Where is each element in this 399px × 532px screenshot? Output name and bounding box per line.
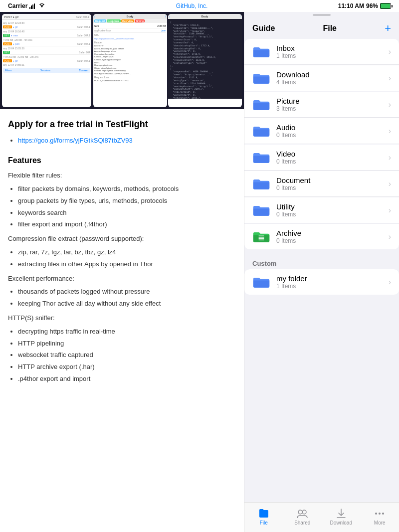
list-item: filter export and import (.f4thor) [18,219,236,230]
file-list: Inbox 1 Items › Download 4 [244,39,399,502]
chevron-right-icon: › [389,74,391,83]
folder-item-picture[interactable]: Picture 3 Items › [244,92,399,118]
folder-item-document[interactable]: Document 0 Items › [244,171,399,197]
status-bar: Carrier GitHub, Inc. 11:10 AM 96% [0,0,399,12]
folder-svg [252,71,270,85]
battery-percent: 96% [366,2,378,9]
folder-name-download: Download [276,70,389,79]
folder-info-archive: Archive 0 Items [276,229,389,244]
folder-icon-document [252,177,270,191]
folder-name-video: Video [276,150,389,158]
main-folder-group: Inbox 1 Items › Download 4 [244,39,399,250]
file-label: File [323,24,337,33]
folder-svg [252,151,270,165]
list-item: thousands of packets logged without pres… [18,287,236,297]
right-panel: Guide File + Inbox 1 Item [244,12,399,532]
add-button[interactable]: + [385,22,391,35]
chevron-right-icon: › [389,100,391,109]
carrier-label: Carrier [8,2,27,9]
svg-rect-3 [34,3,35,9]
http-sniffer-label: HTTP(S) sniffer: [8,313,236,324]
folder-info-myfolder: my folder 1 Items [276,274,389,290]
folder-count-document: 0 Items [276,184,389,191]
folder-name-picture: Picture [276,97,389,105]
file-tab-icon [258,508,270,519]
more-tab-icon [374,508,386,519]
folder-name-document: Document [276,176,389,184]
request-screen: ‹ Body ↑ Request Response Overview Timin… [93,14,167,107]
list-item: HTTP archive export (.har) [18,362,236,372]
github-label: GitHub, Inc. [176,2,207,9]
custom-folder-group: my folder 1 Items › [244,269,399,295]
folder-name-myfolder: my folder [276,274,389,283]
folder-item-video[interactable]: Video 0 Items › [244,145,399,171]
folder-svg [252,124,270,138]
folder-item-utility[interactable]: Utility 0 Items › [244,197,399,223]
tab-more[interactable]: More [361,506,399,528]
folder-item-inbox[interactable]: Inbox 1 Items › [244,39,399,65]
svg-rect-0 [29,7,30,9]
chevron-right-icon: › [389,153,391,162]
compression-label: Compression file extract (password suppo… [8,234,236,244]
folder-count-video: 0 Items [276,158,389,165]
list-item: filter packets by domains, keywords, met… [18,184,236,194]
folder-count-archive: 0 Items [276,237,389,244]
tab-file-label: File [260,520,268,526]
svg-rect-1 [31,5,32,9]
custom-section-label: Custom [244,256,399,269]
list-item: group packets by file types, urls, metho… [18,196,236,206]
folder-svg [252,203,270,217]
apply-title: Apply for a free trial in TestFlight [8,117,236,132]
main-content: POST ▸ gif Safari 604.1 any 12-07 22:23:… [0,12,399,532]
tab-shared[interactable]: Shared [283,506,322,528]
signal-icon [29,3,36,9]
flexible-filter-label: Flexible filter rules: [8,171,236,181]
list-item: decrypting https traffic in real-time [18,327,236,337]
list-item: HTTP pipelining [18,339,236,349]
folder-item-download[interactable]: Download 4 Items › [244,65,399,91]
folder-info-picture: Picture 3 Items [276,97,389,112]
folder-count-download: 4 Items [276,79,389,86]
folder-item-archive[interactable]: Archive 0 Items › [244,224,399,249]
folder-icon-picture [252,97,270,112]
folder-info-inbox: Inbox 1 Items [276,44,389,59]
tab-bar: File Shared Download [244,502,399,532]
chevron-right-icon: › [389,278,391,287]
status-left: Carrier [8,2,45,9]
list-item: .p4thor export and import [18,374,236,384]
apply-link[interactable]: https://goo.gl/forms/yjFGtkSQl87tbZV93 [18,137,133,144]
http-sniffer-list: decrypting https traffic in real-time HT… [18,327,236,384]
list-item: keywords search [18,208,236,218]
tab-file[interactable]: File [244,506,283,528]
list-item: keeping Thor active all day without any … [18,299,236,309]
folder-svg [252,45,270,59]
tab-download[interactable]: Download [322,506,361,528]
folder-item-audio[interactable]: Audio 0 Items › [244,118,399,144]
folder-count-picture: 3 Items [276,105,389,112]
download-tab-icon [335,508,347,519]
folder-item-myfolder[interactable]: my folder 1 Items › [244,269,399,295]
folder-info-download: Download 4 Items [276,70,389,86]
tab-shared-label: Shared [294,520,310,526]
folder-count-inbox: 1 Items [276,52,389,59]
list-item: zip, rar, 7z, tgz, tar, bz, tbz, gz, lz4 [18,247,236,258]
shared-tab-icon [296,508,308,519]
folder-icon-archive [252,229,270,244]
folder-count-myfolder: 1 Items [276,283,389,290]
json-code: { "startTime": 1710.9, "requestId": "248… [168,19,242,99]
folder-svg [252,177,270,191]
features-title: Features [8,154,236,167]
tab-download-label: Download [330,520,352,526]
flexible-filter-list: filter packets by domains, keywords, met… [18,184,236,230]
folder-info-audio: Audio 0 Items [276,123,389,139]
chevron-right-icon: › [389,179,391,188]
chevron-right-icon: › [389,127,391,136]
time-label: 11:10 AM [338,2,364,9]
svg-point-9 [302,510,306,514]
json-screen: ‹ Body ↑ { "startTime": 1710.9, "request… [168,14,242,107]
folder-svg [252,230,270,244]
network-log-screen: POST ▸ gif Safari 604.1 any 12-07 22:23:… [2,14,91,107]
folder-icon-audio [252,124,270,139]
compression-list: zip, rar, 7z, tgz, tar, bz, tbz, gz, lz4… [18,247,236,270]
folder-icon-myfolder [252,275,270,290]
